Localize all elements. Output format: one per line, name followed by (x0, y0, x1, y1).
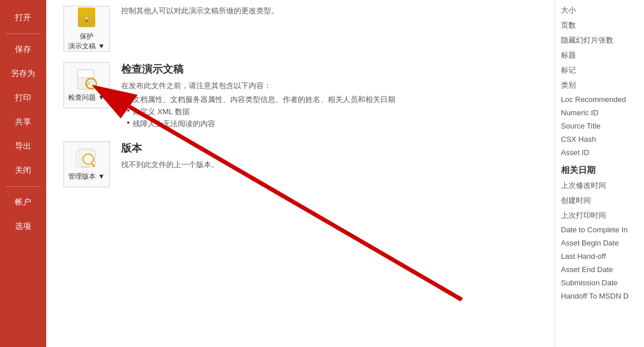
protect-block: 🔒 保护演示文稿 ▼ 控制其他人可以对此演示文稿所做的更改类型。 (63, 6, 543, 52)
inspect-title: 检查演示文稿 (121, 62, 395, 76)
right-panel-last-printed[interactable]: 上次打印时间 (561, 208, 638, 223)
sidebar-item-options[interactable]: 选项 (0, 214, 46, 239)
right-panel-last-modified[interactable]: 上次修改时间 (561, 178, 638, 193)
protect-top-text: 控制其他人可以对此演示文稿所做的更改类型。 (121, 6, 279, 16)
right-panel-csx-hash[interactable]: CSX Hash (561, 133, 638, 146)
right-panel-category[interactable]: 类别 (561, 78, 638, 93)
inspect-desc: 在发布此文件之前，请注意其包含以下内容： (121, 81, 395, 91)
right-panel-last-handoff[interactable]: Last Hand-off (561, 250, 638, 263)
center-panel: 🔒 保护演示文稿 ▼ 控制其他人可以对此演示文稿所做的更改类型。 ✓ (46, 0, 555, 347)
right-panel-title[interactable]: 标题 (561, 48, 638, 63)
version-icon (76, 148, 98, 172)
sidebar-item-open[interactable]: 打开 (0, 6, 46, 30)
right-panel-asset-begin-date[interactable]: Asset Begin Date (561, 236, 638, 250)
sidebar-item-export[interactable]: 导出 (0, 134, 46, 159)
right-panel-handoff-msdn[interactable]: Handoff To MSDN D (561, 289, 638, 303)
right-panel-tags[interactable]: 标记 (561, 63, 638, 78)
sidebar-divider-2 (6, 186, 40, 187)
sidebar-item-account[interactable]: 帐户 (0, 190, 46, 214)
inspect-bullet-2: 自定义 XML 数据 (127, 107, 395, 117)
sidebar-item-print[interactable]: 打印 (0, 86, 46, 110)
svg-rect-4 (77, 70, 93, 78)
version-title: 版本 (121, 141, 219, 155)
right-panel-loc-recommended[interactable]: Loc Recommended (561, 93, 638, 106)
svg-line-6 (95, 88, 97, 90)
right-panel-size[interactable]: 大小 (561, 3, 638, 18)
inspect-bullet-1: 文档属性、文档服务器属性、内容类型信息、作者的姓名、相关人员和相关日期 (127, 95, 395, 105)
inspect-bullet-3: 残障人士无法阅读的内容 (127, 119, 395, 129)
right-panel-date-to-complete[interactable]: Date to Complete In (561, 223, 638, 236)
sidebar: 打开 保存 另存为 打印 共享 导出 关闭 帐户 选项 (0, 0, 46, 347)
protect-button[interactable]: 🔒 保护演示文稿 ▼ (63, 6, 110, 52)
inspect-button[interactable]: ✓ 检查问题 ▼ (63, 62, 110, 108)
right-panel: 大小 页数 隐藏幻灯片张数 标题 标记 类别 Loc Recommended N… (555, 0, 644, 347)
svg-text:🔒: 🔒 (81, 13, 92, 24)
sidebar-item-save[interactable]: 保存 (0, 37, 46, 62)
main-content: 🔒 保护演示文稿 ▼ 控制其他人可以对此演示文稿所做的更改类型。 ✓ (46, 0, 644, 347)
right-panel-created[interactable]: 创建时间 (561, 193, 638, 208)
sidebar-divider-1 (6, 33, 40, 34)
sidebar-item-share[interactable]: 共享 (0, 110, 46, 134)
protect-icon: 🔒 (75, 6, 98, 32)
right-panel-asset-end-date[interactable]: Asset End Date (561, 263, 638, 276)
inspect-text: 检查演示文稿 在发布此文件之前，请注意其包含以下内容： 文档属性、文档服务器属性… (121, 62, 395, 131)
protect-label: 保护演示文稿 ▼ (68, 32, 104, 51)
version-button[interactable]: 管理版本 ▼ (63, 141, 110, 187)
right-panel-source-title[interactable]: Source Title (561, 119, 638, 133)
right-panel-pages[interactable]: 页数 (561, 18, 638, 33)
right-panel-hidden-slides[interactable]: 隐藏幻灯片张数 (561, 33, 638, 48)
right-panel-numeric-id[interactable]: Numeric ID (561, 106, 638, 119)
version-block: 管理版本 ▼ 版本 找不到此文件的上一个版本。 (63, 141, 543, 187)
svg-text:✓: ✓ (86, 80, 91, 87)
sidebar-item-save-as[interactable]: 另存为 (0, 62, 46, 86)
right-panel-submission-date[interactable]: Submission Date (561, 276, 638, 289)
inspect-bullet-list: 文档属性、文档服务器属性、内容类型信息、作者的姓名、相关人员和相关日期 自定义 … (121, 95, 395, 129)
version-label: 管理版本 ▼ (68, 172, 104, 182)
right-panel-asset-id[interactable]: Asset ID (561, 146, 638, 159)
related-dates-title: 相关日期 (561, 165, 638, 176)
inspect-label: 检查问题 ▼ (68, 93, 104, 103)
sidebar-item-close[interactable]: 关闭 (0, 159, 46, 183)
version-desc: 找不到此文件的上一个版本。 (121, 160, 219, 170)
inspect-icon: ✓ (76, 69, 98, 93)
inspect-block: ✓ 检查问题 ▼ 检查演示文稿 在发布此文件之前，请注意其包含以下内容： 文档属… (63, 62, 543, 131)
version-text: 版本 找不到此文件的上一个版本。 (121, 141, 219, 173)
